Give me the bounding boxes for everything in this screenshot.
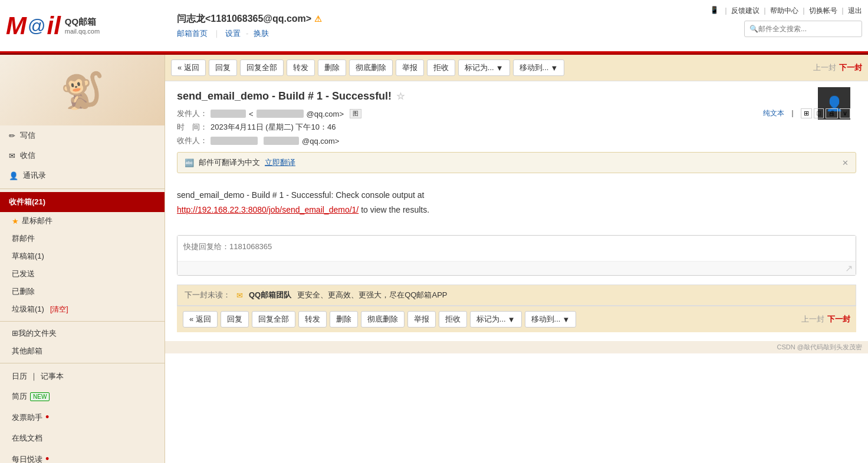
reply-all-button-bottom[interactable]: 回复全部 [252,311,295,328]
forward-button[interactable]: 转发 [287,59,315,76]
sender-tag: 图 [350,109,361,118]
bottom-toolbar: « 返回 回复 回复全部 转发 删除 彻底删除 举报 拒收 标记为... ▼ 移… [177,306,856,332]
next-unread-label: 下一封未读： [185,290,231,300]
inbox-mail-icon: ✉ [9,151,15,160]
logout-link[interactable]: 退出 [848,6,862,16]
perm-delete-button[interactable]: 彻底删除 [349,59,393,76]
sidebar-item-deleted[interactable]: 已删除 [0,283,165,300]
recipient-domain: @qq.com> [302,137,339,145]
my-folders-label: ⊞我的文件夹 [12,328,57,339]
time-label: 时 间： [177,122,208,133]
sidebar-item-drafts[interactable]: 草稿箱(1) [0,247,165,265]
home-link[interactable]: 邮箱首页 [177,29,208,38]
report-button-bottom[interactable]: 举报 [407,311,436,328]
reply-button-bottom[interactable]: 回复 [221,311,249,328]
sidebar-item-inbox-mail[interactable]: ✉ 收信 [0,145,165,166]
sidebar-item-spam[interactable]: 垃圾箱(1) [清空] [0,300,165,318]
sidebar-item-resume[interactable]: 简历 NEW [0,386,165,406]
reject-button[interactable]: 拒收 [427,59,455,76]
mark-label: 标记为... [465,62,494,73]
contacts-label: 通讯录 [23,170,46,181]
back-button-bottom[interactable]: « 返回 [183,311,218,328]
help-link[interactable]: 帮助中心 [770,6,798,16]
logo-qq-text: QQ邮箱 [65,16,100,28]
window-icon[interactable]: □ [814,108,824,118]
recipient-row: 收件人： @qq.com> [177,135,856,146]
prev-nav[interactable]: 上一封 [813,62,836,73]
sender-domain: @qq.com> [307,110,344,118]
reject-button-bottom[interactable]: 拒收 [439,311,467,328]
contacts-icon: 👤 [9,171,18,180]
settings-link[interactable]: 设置 [225,29,241,38]
delete-button[interactable]: 删除 [318,59,346,76]
sidebar-item-starred[interactable]: ★ 星标邮件 [0,212,165,230]
sidebar-item-daily[interactable]: 每日悦读 • [0,448,165,463]
move-button[interactable]: 移动到... ▼ [513,59,565,76]
next-nav-bottom[interactable]: 下一封 [827,314,850,325]
logo-il-char: il [47,14,60,38]
search-box[interactable]: 🔍 [744,21,862,37]
promo-bar: 下一封未读： ✉ QQ邮箱团队 更安全、更高效、更强大，尽在QQ邮箱APP [177,285,856,306]
subject-star[interactable]: ☆ [396,91,405,102]
reply-button[interactable]: 回复 [209,59,237,76]
forward-button-bottom[interactable]: 转发 [298,311,327,328]
translate-close[interactable]: ✕ [842,158,849,167]
starred-label: 星标邮件 [22,216,52,226]
footer-credit: CSDN @敲代码敲到头发茂密 [777,343,862,350]
back-button[interactable]: « 返回 [171,59,206,76]
search-input[interactable] [758,25,853,33]
perm-delete-button-bottom[interactable]: 彻底删除 [361,311,405,328]
print-icon[interactable]: 🖨 [826,108,838,118]
sidebar-decoration: 🐒 [0,55,165,125]
next-nav[interactable]: 下一封 [839,62,862,73]
reply-input[interactable] [177,236,856,259]
report-button[interactable]: 举报 [396,59,424,76]
move-button-bottom[interactable]: 移动到... ▼ [525,311,577,328]
compose-icon: ✏ [9,131,15,140]
sidebar-item-calendar[interactable]: 日历 ｜ 记事本 [0,366,165,386]
invoice-dot: • [45,411,49,424]
promo-sender: QQ邮箱团队 [249,290,291,300]
recipient-blurred2 [264,137,299,145]
daily-dot: • [45,453,49,463]
email-meta: 发件人： < @qq.com> 图 时 间： 2023年4月11日 (星期二) … [177,108,856,146]
spam-clear[interactable]: [清空] [50,305,68,315]
delete-button-bottom[interactable]: 删除 [330,311,358,328]
inbox-mail-label: 收信 [20,150,35,161]
sidebar-item-group[interactable]: 群邮件 [0,230,165,247]
sidebar-item-other-mail[interactable]: 其他邮箱 [0,342,165,360]
sidebar-item-sent[interactable]: 已发送 [0,265,165,283]
reply-all-button[interactable]: 回复全部 [240,59,284,76]
resume-label: 简历 [12,391,27,402]
more-icon[interactable]: ∨ [840,108,850,118]
sidebar-item-inbox[interactable]: 收件箱(21) [0,192,165,212]
plain-text-link[interactable]: 纯文本 [763,108,784,118]
sidebar-item-compose[interactable]: ✏ 写信 [0,125,165,145]
sidebar-item-invoice[interactable]: 发票助手 • [0,406,165,428]
main-content: « 返回 回复 回复全部 转发 删除 彻底删除 举报 拒收 标记为... ▼ 移… [165,55,868,463]
promo-mail-icon: ✉ [236,291,243,300]
logo: M @ il QQ邮箱 mail.qq.com [6,14,100,38]
resize-handle: ↗ [177,261,856,275]
sidebar-item-my-folders[interactable]: ⊞我的文件夹 [0,325,165,342]
mark-button[interactable]: 标记为... ▼ [458,59,510,76]
switch-account-link[interactable]: 切换帐号 [809,6,837,16]
sidebar-item-contacts[interactable]: 👤 通讯录 [0,166,165,186]
translate-link[interactable]: 立即翻译 [265,157,295,168]
sidebar: 🐒 ✏ 写信 ✉ 收信 👤 通讯录 收件箱(21) ★ 星标邮件 群邮件 草稿箱… [0,55,165,463]
logo-m-char: M [6,14,27,38]
meta-right-actions: 纯文本 ｜ ⊞ □ 🖨 ∨ [763,108,850,118]
daily-label: 每日悦读 [12,454,42,464]
prev-nav-bottom[interactable]: 上一封 [801,314,824,325]
sender-label: 发件人： [177,108,208,119]
body-link[interactable]: http://192.168.22.3:8080/job/send_email_… [177,205,359,214]
toolbar-right-bottom: 上一封 下一封 [801,314,850,325]
skin-link[interactable]: 换肤 [254,29,269,38]
feedback-link[interactable]: 反馈建议 [731,6,760,16]
sidebar-divider-3 [0,363,165,363]
mark-button-bottom[interactable]: 标记为... ▼ [470,311,522,328]
sidebar-item-docs[interactable]: 在线文档 [0,428,165,448]
forward-icon[interactable]: ⊞ [801,108,812,118]
meta-icons: ⊞ □ 🖨 ∨ [801,108,850,118]
docs-label: 在线文档 [12,433,42,444]
